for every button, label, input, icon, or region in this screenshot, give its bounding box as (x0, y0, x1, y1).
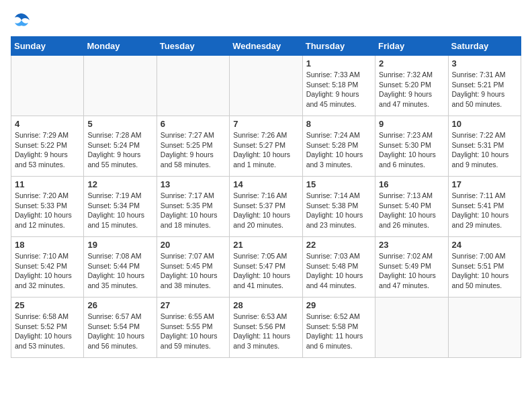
calendar-cell: 23Sunrise: 7:02 AM Sunset: 5:49 PM Dayli… (375, 237, 448, 298)
day-info: Sunrise: 7:14 AM Sunset: 5:38 PM Dayligh… (306, 191, 371, 230)
logo (11, 11, 31, 30)
day-number: 14 (233, 179, 298, 189)
day-number: 22 (306, 240, 371, 250)
day-number: 6 (161, 119, 226, 129)
day-info: Sunrise: 7:20 AM Sunset: 5:33 PM Dayligh… (15, 191, 80, 230)
calendar-week-row: 18Sunrise: 7:10 AM Sunset: 5:42 PM Dayli… (11, 237, 521, 298)
day-header-wednesday: Wednesday (230, 37, 302, 56)
calendar-cell: 27Sunrise: 6:55 AM Sunset: 5:55 PM Dayli… (157, 298, 229, 358)
day-header-monday: Monday (84, 37, 157, 56)
day-info: Sunrise: 7:16 AM Sunset: 5:37 PM Dayligh… (233, 191, 298, 230)
calendar-cell: 3Sunrise: 7:31 AM Sunset: 5:21 PM Daylig… (448, 56, 521, 116)
day-info: Sunrise: 7:10 AM Sunset: 5:42 PM Dayligh… (15, 251, 80, 291)
calendar-cell: 29Sunrise: 6:52 AM Sunset: 5:58 PM Dayli… (302, 298, 375, 358)
day-info: Sunrise: 7:08 AM Sunset: 5:44 PM Dayligh… (87, 251, 152, 291)
calendar-week-row: 25Sunrise: 6:58 AM Sunset: 5:52 PM Dayli… (11, 298, 521, 358)
day-header-friday: Friday (375, 37, 448, 56)
day-info: Sunrise: 6:58 AM Sunset: 5:52 PM Dayligh… (15, 312, 80, 351)
calendar-week-row: 4Sunrise: 7:29 AM Sunset: 5:22 PM Daylig… (11, 116, 521, 177)
day-number: 24 (452, 240, 517, 250)
day-info: Sunrise: 7:32 AM Sunset: 5:20 PM Dayligh… (379, 70, 444, 109)
calendar-header-row: SundayMondayTuesdayWednesdayThursdayFrid… (11, 37, 521, 56)
calendar-cell: 16Sunrise: 7:13 AM Sunset: 5:40 PM Dayli… (375, 177, 448, 237)
day-info: Sunrise: 6:52 AM Sunset: 5:58 PM Dayligh… (306, 312, 371, 351)
calendar-cell (448, 298, 521, 358)
calendar-cell: 4Sunrise: 7:29 AM Sunset: 5:22 PM Daylig… (11, 116, 84, 177)
calendar-cell (11, 56, 84, 116)
day-number: 26 (87, 300, 152, 310)
calendar-cell: 20Sunrise: 7:07 AM Sunset: 5:45 PM Dayli… (157, 237, 229, 298)
calendar-cell: 12Sunrise: 7:19 AM Sunset: 5:34 PM Dayli… (84, 177, 157, 237)
calendar-table: SundayMondayTuesdayWednesdayThursdayFrid… (11, 36, 521, 358)
day-number: 28 (233, 300, 298, 310)
day-info: Sunrise: 7:28 AM Sunset: 5:24 PM Dayligh… (87, 130, 152, 170)
day-number: 1 (306, 58, 371, 68)
day-number: 21 (233, 240, 298, 250)
page-header (11, 11, 521, 30)
calendar-cell (84, 56, 157, 116)
day-info: Sunrise: 7:02 AM Sunset: 5:49 PM Dayligh… (379, 251, 444, 291)
calendar-cell: 25Sunrise: 6:58 AM Sunset: 5:52 PM Dayli… (11, 298, 84, 358)
calendar-cell: 2Sunrise: 7:32 AM Sunset: 5:20 PM Daylig… (375, 56, 448, 116)
day-info: Sunrise: 7:19 AM Sunset: 5:34 PM Dayligh… (87, 191, 152, 230)
day-info: Sunrise: 7:13 AM Sunset: 5:40 PM Dayligh… (379, 191, 444, 230)
calendar-cell: 21Sunrise: 7:05 AM Sunset: 5:47 PM Dayli… (230, 237, 302, 298)
calendar-cell: 13Sunrise: 7:17 AM Sunset: 5:35 PM Dayli… (157, 177, 229, 237)
day-number: 11 (15, 179, 80, 189)
calendar-cell: 1Sunrise: 7:33 AM Sunset: 5:18 PM Daylig… (302, 56, 375, 116)
day-info: Sunrise: 7:33 AM Sunset: 5:18 PM Dayligh… (306, 70, 371, 109)
calendar-cell: 18Sunrise: 7:10 AM Sunset: 5:42 PM Dayli… (11, 237, 84, 298)
day-info: Sunrise: 6:55 AM Sunset: 5:55 PM Dayligh… (161, 312, 226, 351)
day-info: Sunrise: 7:17 AM Sunset: 5:35 PM Dayligh… (161, 191, 226, 230)
calendar-cell: 28Sunrise: 6:53 AM Sunset: 5:56 PM Dayli… (230, 298, 302, 358)
day-number: 5 (87, 119, 152, 129)
day-number: 4 (15, 119, 80, 129)
calendar-cell: 11Sunrise: 7:20 AM Sunset: 5:33 PM Dayli… (11, 177, 84, 237)
day-number: 12 (87, 179, 152, 189)
day-header-tuesday: Tuesday (157, 37, 229, 56)
calendar-cell: 14Sunrise: 7:16 AM Sunset: 5:37 PM Dayli… (230, 177, 302, 237)
calendar-cell: 8Sunrise: 7:24 AM Sunset: 5:28 PM Daylig… (302, 116, 375, 177)
day-number: 16 (379, 179, 444, 189)
day-info: Sunrise: 7:07 AM Sunset: 5:45 PM Dayligh… (161, 251, 226, 291)
day-number: 18 (15, 240, 80, 250)
day-header-saturday: Saturday (448, 37, 521, 56)
day-info: Sunrise: 7:27 AM Sunset: 5:25 PM Dayligh… (161, 130, 226, 170)
day-number: 13 (161, 179, 226, 189)
day-number: 23 (379, 240, 444, 250)
calendar-cell (230, 56, 302, 116)
day-info: Sunrise: 7:23 AM Sunset: 5:30 PM Dayligh… (379, 130, 444, 170)
day-number: 7 (233, 119, 298, 129)
day-number: 20 (161, 240, 226, 250)
day-info: Sunrise: 7:11 AM Sunset: 5:41 PM Dayligh… (452, 191, 517, 230)
day-info: Sunrise: 6:53 AM Sunset: 5:56 PM Dayligh… (233, 312, 298, 351)
calendar-cell: 19Sunrise: 7:08 AM Sunset: 5:44 PM Dayli… (84, 237, 157, 298)
calendar-cell: 24Sunrise: 7:00 AM Sunset: 5:51 PM Dayli… (448, 237, 521, 298)
calendar-cell: 10Sunrise: 7:22 AM Sunset: 5:31 PM Dayli… (448, 116, 521, 177)
logo-bird-icon (12, 11, 31, 30)
day-number: 3 (452, 58, 517, 68)
day-number: 27 (161, 300, 226, 310)
day-info: Sunrise: 7:05 AM Sunset: 5:47 PM Dayligh… (233, 251, 298, 291)
calendar-cell (375, 298, 448, 358)
day-number: 15 (306, 179, 371, 189)
calendar-cell: 9Sunrise: 7:23 AM Sunset: 5:30 PM Daylig… (375, 116, 448, 177)
calendar-cell: 17Sunrise: 7:11 AM Sunset: 5:41 PM Dayli… (448, 177, 521, 237)
calendar-cell: 22Sunrise: 7:03 AM Sunset: 5:48 PM Dayli… (302, 237, 375, 298)
calendar-cell: 5Sunrise: 7:28 AM Sunset: 5:24 PM Daylig… (84, 116, 157, 177)
day-number: 10 (452, 119, 517, 129)
calendar-cell: 6Sunrise: 7:27 AM Sunset: 5:25 PM Daylig… (157, 116, 229, 177)
day-number: 2 (379, 58, 444, 68)
day-info: Sunrise: 7:24 AM Sunset: 5:28 PM Dayligh… (306, 130, 371, 170)
calendar-cell: 26Sunrise: 6:57 AM Sunset: 5:54 PM Dayli… (84, 298, 157, 358)
day-info: Sunrise: 7:00 AM Sunset: 5:51 PM Dayligh… (452, 251, 517, 291)
day-number: 19 (87, 240, 152, 250)
day-header-sunday: Sunday (11, 37, 84, 56)
calendar-cell: 7Sunrise: 7:26 AM Sunset: 5:27 PM Daylig… (230, 116, 302, 177)
day-info: Sunrise: 7:03 AM Sunset: 5:48 PM Dayligh… (306, 251, 371, 291)
day-info: Sunrise: 6:57 AM Sunset: 5:54 PM Dayligh… (87, 312, 152, 351)
day-number: 9 (379, 119, 444, 129)
calendar-week-row: 1Sunrise: 7:33 AM Sunset: 5:18 PM Daylig… (11, 56, 521, 116)
day-number: 17 (452, 179, 517, 189)
day-info: Sunrise: 7:26 AM Sunset: 5:27 PM Dayligh… (233, 130, 298, 170)
